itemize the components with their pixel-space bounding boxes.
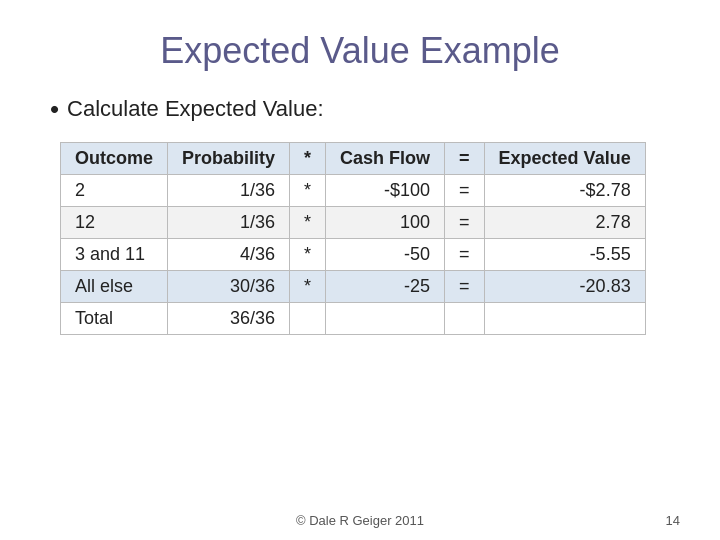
table-row: 21/36*-$100=-$2.78 [61,175,646,207]
cell-star: * [290,271,326,303]
cell-expected: 2.78 [484,207,645,239]
table-row: All else30/36*-25=-20.83 [61,271,646,303]
cell-probability: 36/36 [168,303,290,335]
col-header-expected: Expected Value [484,143,645,175]
bullet-point: • Calculate Expected Value: [50,96,680,122]
footer-copyright: © Dale R Geiger 2011 [70,513,650,528]
table-row: Total36/36 [61,303,646,335]
table-header-row: Outcome Probability * Cash Flow = Expect… [61,143,646,175]
col-header-eq: = [445,143,485,175]
cell-outcome: 3 and 11 [61,239,168,271]
cell-cashflow: 100 [326,207,445,239]
cell-expected [484,303,645,335]
cell-cashflow: -$100 [326,175,445,207]
table-row: 3 and 114/36*-50=-5.55 [61,239,646,271]
cell-star [290,303,326,335]
page-container: Expected Value Example • Calculate Expec… [0,0,720,540]
cell-eq: = [445,175,485,207]
footer-bar: © Dale R Geiger 2011 14 [0,513,720,528]
cell-outcome: 2 [61,175,168,207]
cell-star: * [290,175,326,207]
page-title: Expected Value Example [40,30,680,72]
cell-outcome: 12 [61,207,168,239]
cell-probability: 30/36 [168,271,290,303]
table-container: Outcome Probability * Cash Flow = Expect… [60,142,680,335]
cell-probability: 1/36 [168,207,290,239]
cell-star: * [290,239,326,271]
table-row: 121/36*100=2.78 [61,207,646,239]
cell-outcome: Total [61,303,168,335]
bullet-icon: • [50,96,59,122]
cell-expected: -$2.78 [484,175,645,207]
cell-expected: -20.83 [484,271,645,303]
col-header-cashflow: Cash Flow [326,143,445,175]
ev-table: Outcome Probability * Cash Flow = Expect… [60,142,646,335]
cell-eq: = [445,239,485,271]
cell-eq [445,303,485,335]
col-header-outcome: Outcome [61,143,168,175]
col-header-probability: Probability [168,143,290,175]
cell-eq: = [445,271,485,303]
cell-star: * [290,207,326,239]
cell-probability: 1/36 [168,175,290,207]
cell-probability: 4/36 [168,239,290,271]
cell-cashflow: -25 [326,271,445,303]
cell-cashflow [326,303,445,335]
footer-page-number: 14 [650,513,680,528]
cell-outcome: All else [61,271,168,303]
cell-expected: -5.55 [484,239,645,271]
cell-cashflow: -50 [326,239,445,271]
col-header-star: * [290,143,326,175]
cell-eq: = [445,207,485,239]
bullet-text: Calculate Expected Value: [67,96,323,122]
